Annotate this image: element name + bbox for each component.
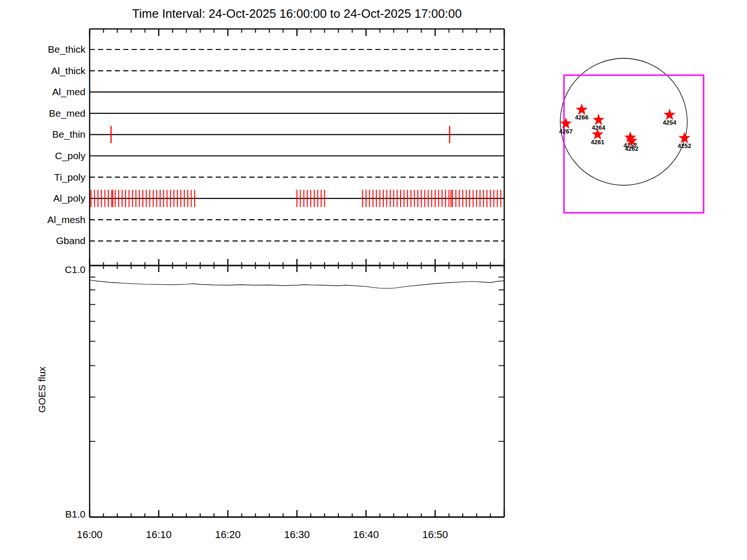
filter-label-al_med: Al_med	[52, 86, 85, 98]
filter-label-be_thin: Be_thin	[52, 129, 85, 140]
x-tick-label: 16:00	[77, 529, 102, 540]
active-region-label-4267: 4267	[559, 128, 573, 135]
axes: 16:0016:1016:2016:3016:4016:50	[77, 29, 504, 540]
active-region-label-4262: 4262	[625, 145, 639, 152]
active-region-star-4252	[678, 132, 691, 143]
filter-label-al_poly: Al_poly	[53, 193, 85, 204]
filter-label-c_poly: C_poly	[55, 150, 86, 161]
x-tick-label: 16:30	[284, 529, 310, 540]
active-region-label-4254: 4254	[663, 119, 677, 126]
active-region-star-4267	[560, 117, 572, 129]
observation-chart: Be_thickAl_thickAl_medBe_medBe_thinC_pol…	[0, 0, 747, 560]
active-region-label-4252: 4252	[678, 142, 691, 149]
goes-axis-title: GOES flux	[36, 366, 47, 413]
x-tick-label: 16:50	[422, 529, 448, 540]
filter-label-be_thick: Be_thick	[48, 44, 85, 55]
active-region-star-4264	[592, 114, 605, 125]
goes-flux-curve	[90, 280, 504, 288]
goes-panel: C1.0B1.0GOES flux	[36, 264, 504, 519]
x-tick-label: 16:20	[215, 529, 240, 540]
filter-label-al_thick: Al_thick	[51, 65, 85, 77]
filter-label-be_med: Be_med	[49, 108, 85, 119]
active-region-label-4264: 4264	[592, 124, 606, 131]
screenshot-canvas: Time Interval: 24-Oct-2025 16:00:00 to 2…	[0, 0, 747, 560]
active-region-star-4266	[576, 104, 588, 115]
x-tick-label: 16:10	[146, 529, 171, 540]
x-tick-label: 16:40	[353, 529, 379, 540]
active-region-star-4254	[663, 109, 676, 120]
active-region-label-4261: 4261	[591, 139, 605, 146]
sun-map: 42664264426742614257426242544252	[559, 58, 704, 213]
timeline-panel: Be_thickAl_thickAl_medBe_medBe_thinC_pol…	[47, 44, 504, 246]
filter-label-ti_poly: Ti_poly	[54, 172, 85, 183]
filter-label-al_mesh: Al_mesh	[47, 214, 85, 225]
filter-label-gband: Gband	[56, 235, 85, 246]
active-region-label-4266: 4266	[575, 114, 589, 121]
goes-ybottom-label: B1.0	[65, 509, 85, 519]
goes-ytop-label: C1.0	[65, 264, 85, 275]
